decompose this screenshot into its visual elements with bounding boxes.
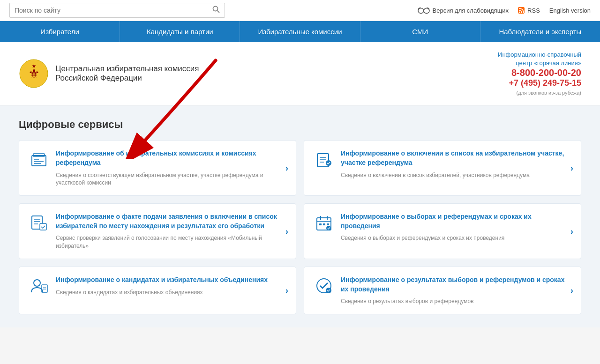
card-body-3: Информирование о факте подачи заявления …: [56, 212, 286, 250]
card-icon-candidates: [29, 275, 49, 296]
card-voter-list-info[interactable]: Информирование о включении в список на и…: [304, 140, 581, 196]
card-elections-dates[interactable]: Информирование о выборах и референдумах …: [304, 203, 581, 259]
card-icon-commissions: [29, 149, 49, 170]
card-candidates-info[interactable]: Информирование о кандидатах и избиратель…: [19, 267, 296, 314]
card-title-2: Информирование о включении в список на и…: [341, 149, 571, 167]
card-desc-2: Сведения о включении в список избирателе…: [341, 171, 571, 179]
svg-point-2: [418, 8, 424, 14]
svg-rect-26: [40, 223, 46, 230]
section-title: Цифровые сервисы: [19, 119, 581, 131]
main-content: Цифровые сервисы: [0, 105, 600, 327]
search-button[interactable]: [208, 6, 225, 15]
card-arrow-5: ›: [285, 285, 288, 295]
card-title-6: Информирование о результатах выборов и р…: [341, 275, 571, 294]
nav-item-candidates[interactable]: Кандидаты и партии: [120, 21, 240, 42]
main-nav: Избиратели Кандидаты и партии Избиратель…: [0, 21, 600, 42]
card-commissions-info[interactable]: Информирование об избирательных комиссия…: [19, 140, 296, 196]
svg-text:★: ★: [31, 63, 37, 69]
hotline-number-2: +7 (495) 249-75-15: [498, 78, 581, 88]
card-desc-5: Сведения о кандидатах и избирательных об…: [56, 289, 286, 297]
card-title-3: Информирование о факте подачи заявления …: [56, 212, 286, 230]
svg-point-3: [424, 8, 429, 14]
logo-line1: Центральная избирательная комиссия: [55, 64, 199, 74]
rss-link[interactable]: RSS: [518, 7, 540, 14]
cards-wrapper: Информирование об избирательных комиссия…: [19, 140, 581, 314]
svg-point-34: [326, 226, 331, 230]
nav-item-commissions[interactable]: Избирательные комиссии: [240, 21, 360, 42]
card-icon-results: [314, 275, 334, 296]
card-arrow-6: ›: [570, 285, 573, 295]
top-bar: Версия для слабовидящих RSS English vers…: [0, 0, 600, 21]
search-icon: [212, 6, 220, 13]
nav-item-observers[interactable]: Наблюдатели и эксперты: [480, 21, 600, 42]
card-body-5: Информирование о кандидатах и избиратель…: [56, 275, 286, 296]
english-link[interactable]: English version: [549, 7, 591, 14]
card-arrow-4: ›: [570, 226, 573, 236]
card-desc-6: Сведения о результатах выборов и референ…: [341, 297, 571, 305]
card-arrow-3: ›: [285, 226, 288, 236]
search-box[interactable]: [9, 3, 225, 18]
card-desc-1: Сведения о соответствующем избирательном…: [56, 171, 286, 187]
svg-rect-31: [319, 223, 322, 225]
coat-of-arms-icon: ⚜ ★: [19, 59, 49, 89]
svg-rect-32: [323, 223, 325, 225]
cards-grid: Информирование об избирательных комиссия…: [19, 140, 581, 314]
nav-item-voters[interactable]: Избиратели: [0, 21, 120, 42]
accessibility-label: Версия для слабовидящих: [433, 7, 509, 14]
accessibility-link[interactable]: Версия для слабовидящих: [418, 7, 509, 14]
card-icon-elections-dates: [314, 212, 334, 233]
card-icon-application: [29, 212, 49, 233]
top-right-links: Версия для слабовидящих RSS English vers…: [418, 7, 591, 14]
svg-rect-12: [32, 156, 46, 166]
card-body-6: Информирование о результатах выборов и р…: [341, 275, 571, 305]
card-arrow-1: ›: [285, 163, 288, 173]
glasses-icon: [418, 7, 430, 14]
logo-text: Центральная избирательная комиссия Росси…: [55, 64, 199, 83]
svg-point-35: [34, 280, 40, 286]
english-label: English version: [549, 7, 591, 14]
svg-line-1: [218, 11, 220, 13]
card-application-info[interactable]: Информирование о факте подачи заявления …: [19, 203, 296, 259]
svg-point-0: [213, 7, 218, 11]
svg-rect-33: [327, 223, 329, 225]
hotline-number-1: 8-800-200-00-20: [498, 67, 581, 78]
hotline-block: Информационно-справочный центр «горячая …: [498, 51, 581, 97]
logo-line2: Российской Федерации: [55, 74, 199, 83]
site-header: ⚜ ★ Центральная избирательная комиссия Р…: [0, 42, 600, 105]
card-body-1: Информирование об избирательных комиссия…: [56, 149, 286, 187]
nav-item-media[interactable]: СМИ: [360, 21, 480, 42]
rss-icon: [518, 7, 525, 14]
card-title-1: Информирование об избирательных комиссия…: [56, 149, 286, 167]
search-input[interactable]: [10, 7, 208, 14]
card-body-4: Информирование о выборах и референдумах …: [341, 212, 571, 242]
card-desc-3: Сервис проверки заявлений о голосовании …: [56, 234, 286, 250]
hotline-title: Информационно-справочный центр «горячая …: [498, 51, 581, 67]
hotline-note: (для звонков из-за рубежа): [517, 90, 581, 96]
logo-block: ⚜ ★ Центральная избирательная комиссия Р…: [19, 59, 199, 89]
card-title-5: Информирование о кандидатах и избиратель…: [56, 275, 286, 285]
card-title-4: Информирование о выборах и референдумах …: [341, 212, 571, 230]
card-results-info[interactable]: Информирование о результатах выборов и р…: [304, 267, 581, 314]
svg-point-40: [326, 288, 331, 293]
card-desc-4: Сведения о выборах и референдумах и срок…: [341, 234, 571, 242]
card-arrow-2: ›: [570, 163, 573, 173]
card-icon-voter-list: [314, 149, 334, 170]
svg-point-7: [519, 12, 520, 13]
card-body-2: Информирование о включении в список на и…: [341, 149, 571, 179]
rss-label: RSS: [527, 7, 540, 14]
